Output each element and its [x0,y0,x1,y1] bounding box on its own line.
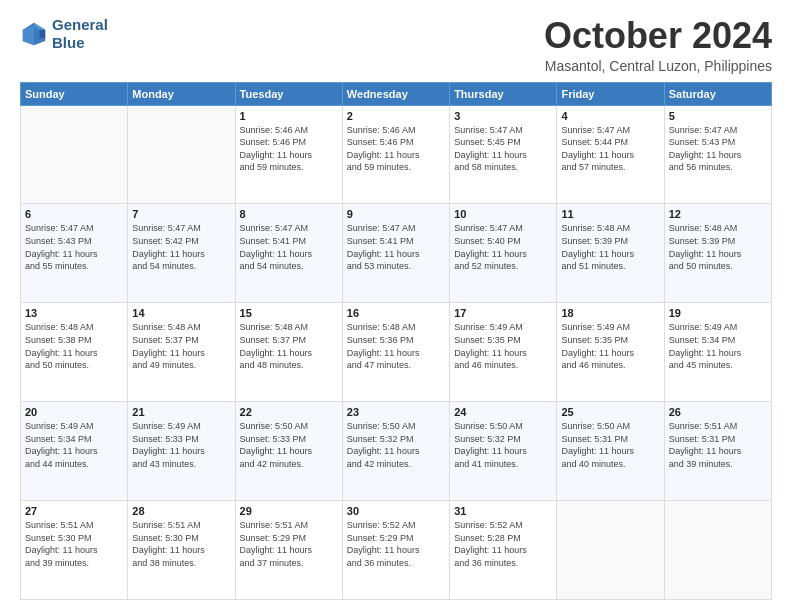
day-number: 19 [669,307,767,319]
page: General Blue October 2024 Masantol, Cent… [0,0,792,612]
day-number: 2 [347,110,445,122]
calendar-cell: 12Sunrise: 5:48 AM Sunset: 5:39 PM Dayli… [664,204,771,303]
calendar-cell: 8Sunrise: 5:47 AM Sunset: 5:41 PM Daylig… [235,204,342,303]
calendar-cell: 22Sunrise: 5:50 AM Sunset: 5:33 PM Dayli… [235,402,342,501]
cell-info: Sunrise: 5:50 AM Sunset: 5:32 PM Dayligh… [454,420,552,470]
cell-info: Sunrise: 5:46 AM Sunset: 5:46 PM Dayligh… [347,124,445,174]
cell-info: Sunrise: 5:50 AM Sunset: 5:32 PM Dayligh… [347,420,445,470]
calendar-cell: 3Sunrise: 5:47 AM Sunset: 5:45 PM Daylig… [450,105,557,204]
calendar-cell: 1Sunrise: 5:46 AM Sunset: 5:46 PM Daylig… [235,105,342,204]
calendar-cell: 5Sunrise: 5:47 AM Sunset: 5:43 PM Daylig… [664,105,771,204]
calendar-cell: 16Sunrise: 5:48 AM Sunset: 5:36 PM Dayli… [342,303,449,402]
day-number: 4 [561,110,659,122]
calendar-cell: 20Sunrise: 5:49 AM Sunset: 5:34 PM Dayli… [21,402,128,501]
cell-info: Sunrise: 5:51 AM Sunset: 5:31 PM Dayligh… [669,420,767,470]
cell-info: Sunrise: 5:46 AM Sunset: 5:46 PM Dayligh… [240,124,338,174]
calendar-cell: 6Sunrise: 5:47 AM Sunset: 5:43 PM Daylig… [21,204,128,303]
calendar-cell: 4Sunrise: 5:47 AM Sunset: 5:44 PM Daylig… [557,105,664,204]
calendar-week-row: 27Sunrise: 5:51 AM Sunset: 5:30 PM Dayli… [21,501,772,600]
calendar-header-thursday: Thursday [450,82,557,105]
day-number: 18 [561,307,659,319]
cell-info: Sunrise: 5:48 AM Sunset: 5:37 PM Dayligh… [132,321,230,371]
calendar-header-monday: Monday [128,82,235,105]
calendar-week-row: 1Sunrise: 5:46 AM Sunset: 5:46 PM Daylig… [21,105,772,204]
calendar-header-saturday: Saturday [664,82,771,105]
calendar-cell: 27Sunrise: 5:51 AM Sunset: 5:30 PM Dayli… [21,501,128,600]
calendar-week-row: 6Sunrise: 5:47 AM Sunset: 5:43 PM Daylig… [21,204,772,303]
day-number: 22 [240,406,338,418]
calendar-cell [128,105,235,204]
day-number: 20 [25,406,123,418]
cell-info: Sunrise: 5:48 AM Sunset: 5:39 PM Dayligh… [561,222,659,272]
day-number: 15 [240,307,338,319]
calendar-cell: 11Sunrise: 5:48 AM Sunset: 5:39 PM Dayli… [557,204,664,303]
day-number: 3 [454,110,552,122]
svg-marker-3 [23,26,34,46]
day-number: 12 [669,208,767,220]
cell-info: Sunrise: 5:47 AM Sunset: 5:45 PM Dayligh… [454,124,552,174]
cell-info: Sunrise: 5:49 AM Sunset: 5:34 PM Dayligh… [25,420,123,470]
cell-info: Sunrise: 5:51 AM Sunset: 5:30 PM Dayligh… [25,519,123,569]
calendar-cell: 15Sunrise: 5:48 AM Sunset: 5:37 PM Dayli… [235,303,342,402]
calendar-header-row: SundayMondayTuesdayWednesdayThursdayFrid… [21,82,772,105]
day-number: 26 [669,406,767,418]
calendar-week-row: 20Sunrise: 5:49 AM Sunset: 5:34 PM Dayli… [21,402,772,501]
day-number: 29 [240,505,338,517]
cell-info: Sunrise: 5:47 AM Sunset: 5:44 PM Dayligh… [561,124,659,174]
calendar-cell: 18Sunrise: 5:49 AM Sunset: 5:35 PM Dayli… [557,303,664,402]
day-number: 30 [347,505,445,517]
day-number: 31 [454,505,552,517]
calendar-table: SundayMondayTuesdayWednesdayThursdayFrid… [20,82,772,600]
cell-info: Sunrise: 5:47 AM Sunset: 5:42 PM Dayligh… [132,222,230,272]
cell-info: Sunrise: 5:49 AM Sunset: 5:33 PM Dayligh… [132,420,230,470]
svg-marker-2 [40,30,46,38]
calendar-cell [664,501,771,600]
day-number: 17 [454,307,552,319]
day-number: 13 [25,307,123,319]
calendar-cell: 30Sunrise: 5:52 AM Sunset: 5:29 PM Dayli… [342,501,449,600]
calendar-cell: 24Sunrise: 5:50 AM Sunset: 5:32 PM Dayli… [450,402,557,501]
calendar-cell: 2Sunrise: 5:46 AM Sunset: 5:46 PM Daylig… [342,105,449,204]
cell-info: Sunrise: 5:47 AM Sunset: 5:40 PM Dayligh… [454,222,552,272]
day-number: 1 [240,110,338,122]
day-number: 6 [25,208,123,220]
cell-info: Sunrise: 5:48 AM Sunset: 5:39 PM Dayligh… [669,222,767,272]
cell-info: Sunrise: 5:50 AM Sunset: 5:31 PM Dayligh… [561,420,659,470]
calendar-header-friday: Friday [557,82,664,105]
cell-info: Sunrise: 5:47 AM Sunset: 5:43 PM Dayligh… [669,124,767,174]
cell-info: Sunrise: 5:49 AM Sunset: 5:35 PM Dayligh… [454,321,552,371]
header: General Blue October 2024 Masantol, Cent… [20,16,772,74]
day-number: 25 [561,406,659,418]
day-number: 7 [132,208,230,220]
calendar-header-wednesday: Wednesday [342,82,449,105]
calendar-cell: 17Sunrise: 5:49 AM Sunset: 5:35 PM Dayli… [450,303,557,402]
logo-icon [20,20,48,48]
calendar-week-row: 13Sunrise: 5:48 AM Sunset: 5:38 PM Dayli… [21,303,772,402]
calendar-cell: 14Sunrise: 5:48 AM Sunset: 5:37 PM Dayli… [128,303,235,402]
cell-info: Sunrise: 5:49 AM Sunset: 5:34 PM Dayligh… [669,321,767,371]
calendar-cell: 28Sunrise: 5:51 AM Sunset: 5:30 PM Dayli… [128,501,235,600]
calendar-cell: 25Sunrise: 5:50 AM Sunset: 5:31 PM Dayli… [557,402,664,501]
cell-info: Sunrise: 5:48 AM Sunset: 5:36 PM Dayligh… [347,321,445,371]
day-number: 14 [132,307,230,319]
cell-info: Sunrise: 5:47 AM Sunset: 5:43 PM Dayligh… [25,222,123,272]
day-number: 10 [454,208,552,220]
location: Masantol, Central Luzon, Philippines [544,58,772,74]
day-number: 11 [561,208,659,220]
calendar-header-sunday: Sunday [21,82,128,105]
cell-info: Sunrise: 5:47 AM Sunset: 5:41 PM Dayligh… [240,222,338,272]
cell-info: Sunrise: 5:48 AM Sunset: 5:38 PM Dayligh… [25,321,123,371]
day-number: 24 [454,406,552,418]
month-title: October 2024 [544,16,772,56]
calendar-cell: 29Sunrise: 5:51 AM Sunset: 5:29 PM Dayli… [235,501,342,600]
day-number: 28 [132,505,230,517]
cell-info: Sunrise: 5:51 AM Sunset: 5:29 PM Dayligh… [240,519,338,569]
day-number: 21 [132,406,230,418]
cell-info: Sunrise: 5:50 AM Sunset: 5:33 PM Dayligh… [240,420,338,470]
day-number: 9 [347,208,445,220]
calendar-cell: 26Sunrise: 5:51 AM Sunset: 5:31 PM Dayli… [664,402,771,501]
calendar-header-tuesday: Tuesday [235,82,342,105]
calendar-cell: 31Sunrise: 5:52 AM Sunset: 5:28 PM Dayli… [450,501,557,600]
cell-info: Sunrise: 5:52 AM Sunset: 5:28 PM Dayligh… [454,519,552,569]
calendar-cell [21,105,128,204]
